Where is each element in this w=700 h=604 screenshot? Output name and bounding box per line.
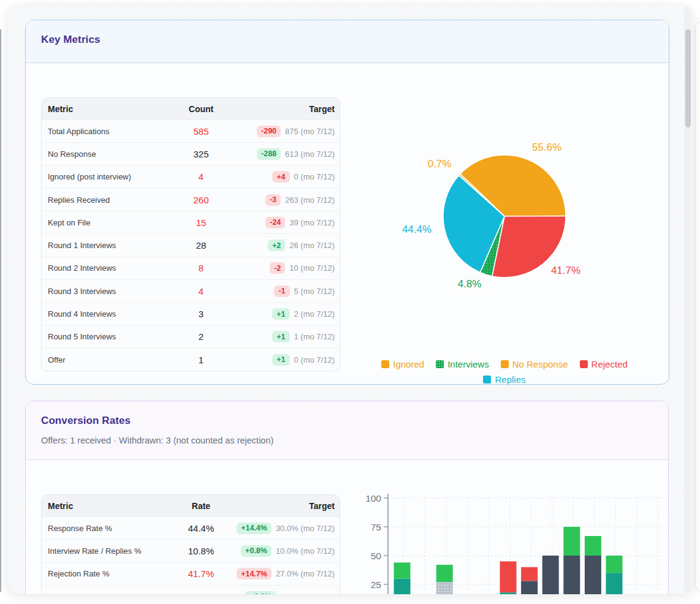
conversion-rates-subtitle: Offers: 1 received · Withdrawn: 3 (not c… — [41, 436, 273, 445]
table-row: Round 4 Interviews3+12 (mo 7/12) — [42, 302, 340, 325]
target-cell: -210 (mo 7/12) — [244, 262, 340, 274]
legend-item-ignored[interactable]: Ignored — [381, 359, 424, 369]
legend-item-rejected[interactable]: Rejected — [580, 359, 628, 369]
key-metrics-header: Key Metrics — [26, 20, 669, 63]
value-cell: 44.4% — [158, 523, 244, 534]
legend-label: Rejected — [592, 359, 628, 369]
legend-swatch — [381, 360, 389, 368]
value-cell: 260 — [158, 195, 244, 205]
delta-badge: -288 — [257, 148, 281, 160]
delta-badge: +2 — [268, 240, 285, 251]
table-row: Rejection Rate %41.7%+14.7%27.0% (mo 7/1… — [42, 562, 340, 585]
conversion-rates-card: Conversion Rates Offers: 1 received · Wi… — [25, 401, 669, 594]
conversion-rates-table: MetricRateTargetResponse Rate %44.4%+14.… — [41, 494, 340, 594]
table-row: Round 2 Interviews8-210 (mo 7/12) — [42, 257, 340, 279]
delta-badge: -2 — [270, 262, 285, 274]
legend-label: Interviews — [447, 359, 489, 369]
scrollbar-thumb[interactable] — [685, 29, 691, 127]
table-row: Round 1 Interviews28+226 (mo 7/12) — [42, 233, 340, 256]
metric-cell: Rejection Rate % — [42, 569, 158, 578]
value-cell: 3 — [158, 309, 244, 319]
metric-cell: Ignored (post interview) — [42, 172, 158, 181]
target-value: 875 (mo 7/12) — [285, 127, 335, 136]
dashboard-panel: Key Metrics MetricCountTargetTotal Appli… — [7, 5, 693, 594]
value-cell: 1 — [158, 355, 244, 365]
target-value: 0 (mo 7/12) — [294, 172, 335, 181]
legend-item-no-response[interactable]: No Response — [501, 359, 568, 369]
legend-item-replies[interactable]: Replies — [483, 374, 525, 385]
bar-segment-gray_dotted — [436, 582, 453, 594]
delta-badge: +1 — [272, 331, 289, 342]
metric-cell: No Response — [42, 149, 158, 159]
legend-item-interviews[interactable]: Interviews — [436, 359, 489, 369]
pie-percent-label: 4.8% — [458, 278, 482, 290]
table-row: Interview Rate / Applications %4.8%+0.8%… — [42, 585, 340, 594]
target-value: 30.0% (mo 7/12) — [276, 524, 335, 533]
delta-badge: +1 — [272, 308, 289, 320]
metric-cell: Interview Rate / Applications % — [42, 592, 158, 594]
target-value: 10 (mo 7/12) — [289, 263, 335, 273]
target-cell: -3263 (mo 7/12) — [244, 194, 340, 206]
column-header: Target — [244, 501, 340, 511]
key-metrics-card: Key Metrics MetricCountTargetTotal Appli… — [25, 20, 669, 385]
bar-segment-green — [563, 527, 580, 556]
pie-legend-row1: IgnoredInterviewsNo ResponseRejected — [333, 359, 676, 369]
metric-cell: Round 2 Interviews — [42, 263, 158, 273]
y-axis-label: 100 — [365, 493, 381, 504]
legend-label: Replies — [495, 374, 525, 385]
bar-segment-teal — [394, 579, 411, 594]
table-row: Response Rate %44.4%+14.4%30.0% (mo 7/12… — [42, 516, 340, 539]
metric-cell: Interview Rate / Replies % — [42, 546, 158, 556]
value-cell: 4 — [158, 286, 244, 296]
bar-segment-green — [436, 565, 453, 582]
bar-segment-green — [606, 556, 623, 573]
target-value: 10.0% (mo 7/12) — [276, 546, 335, 556]
delta-badge: -290 — [257, 126, 281, 137]
bar-segment-red — [500, 561, 517, 592]
delta-badge: -1 — [274, 285, 289, 297]
legend-swatch — [436, 360, 444, 368]
value-cell: 2 — [158, 331, 244, 342]
column-header: Metric — [42, 501, 158, 511]
bar-segment-teal — [606, 573, 623, 594]
bar-segment-dark — [542, 556, 559, 594]
target-value: 26 (mo 7/12) — [289, 241, 335, 250]
metric-cell: Round 3 Interviews — [42, 287, 158, 296]
table-row: Offer1+10 (mo 7/12) — [42, 348, 340, 371]
delta-badge: +4 — [272, 171, 289, 183]
delta-badge: -24 — [265, 217, 285, 228]
table-header-row: MetricCountTarget — [42, 98, 340, 119]
key-metrics-title: Key Metrics — [41, 34, 101, 46]
delta-badge: -3 — [265, 194, 281, 206]
table-row: No Response325-288613 (mo 7/12) — [42, 142, 340, 165]
target-value: 1 (mo 7/12) — [294, 332, 335, 341]
column-header: Rate — [158, 501, 244, 511]
target-cell: -288613 (mo 7/12) — [244, 148, 340, 160]
next-panel-edge — [695, 21, 700, 591]
metric-cell: Offer — [42, 355, 158, 364]
target-value: 5 (mo 7/12) — [294, 287, 335, 296]
bar-segment-dark — [563, 556, 580, 594]
delta-badge: +0.8% — [241, 545, 272, 557]
table-row: Ignored (post interview)4+40 (mo 7/12) — [42, 165, 340, 188]
pie-legend-row2: Replies — [333, 374, 676, 385]
bar-segment-green — [394, 562, 411, 578]
column-header: Target — [244, 104, 340, 114]
value-cell: 41.7% — [158, 568, 244, 579]
pie-percent-label: 55.6% — [532, 142, 561, 154]
pie-percent-label: 0.7% — [428, 158, 452, 170]
column-header: Count — [158, 104, 244, 114]
target-value: 27.0% (mo 7/12) — [276, 569, 335, 578]
legend-swatch — [483, 376, 491, 383]
value-cell: 4 — [158, 172, 244, 182]
delta-badge: +1 — [272, 354, 289, 366]
table-row: Round 3 Interviews4-15 (mo 7/12) — [42, 279, 340, 302]
y-axis-label: 25 — [371, 579, 381, 590]
target-cell: +14.7%27.0% (mo 7/12) — [244, 568, 340, 579]
target-value: 39 (mo 7/12) — [289, 218, 335, 227]
legend-label: No Response — [512, 359, 568, 369]
target-value: 4.0% (mo 7/12) — [280, 592, 335, 594]
pie-chart — [437, 149, 572, 284]
value-cell: 10.8% — [158, 546, 244, 556]
metric-cell: Total Applications — [42, 127, 158, 136]
